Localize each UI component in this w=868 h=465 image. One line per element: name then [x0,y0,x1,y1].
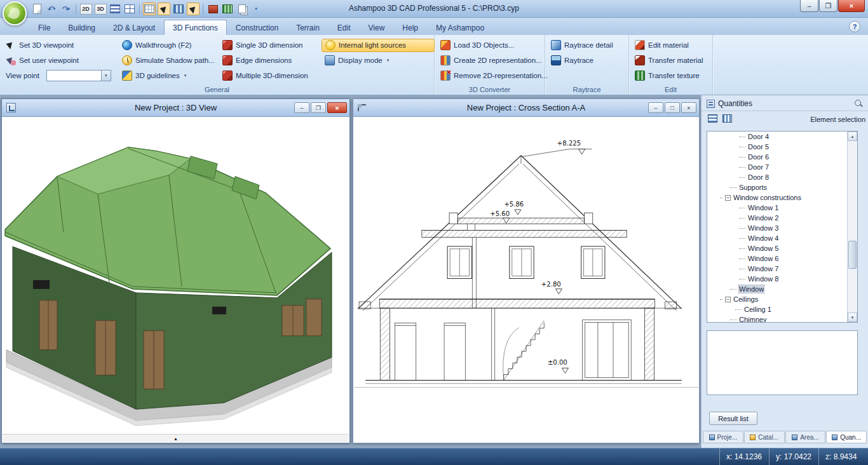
transfer-texture-button[interactable]: Transfer texture [632,69,711,83]
set-3d-viewpoint-button[interactable]: Set 3D viewpoint [3,39,119,52]
tab-area[interactable]: Area... [785,431,826,443]
new-document-icon[interactable] [31,3,43,15]
tab-building[interactable]: Building [59,20,104,35]
tree-item-window-7[interactable]: Window 7 [707,264,847,274]
tree-item-ceiling-1[interactable]: Ceiling 1 [707,304,847,314]
create-2d-representation-button[interactable]: Create 2D representation... [437,54,551,67]
tab-3d-functions[interactable]: 3D Functions [164,20,227,35]
set-user-viewpoint-button[interactable]: Set user viewpoint [3,54,119,67]
help-icon[interactable]: ? [849,21,860,32]
view-2d-icon[interactable]: 2D [79,3,92,15]
combobox-dropdown-icon[interactable]: ▾ [101,71,111,81]
walkthrough-button[interactable]: Walkthrough (F2) [119,39,219,52]
brick-icon[interactable] [207,3,219,15]
window-titlebar[interactable]: New Project : 3D View – ❐ × [2,99,349,117]
tab-catalog[interactable]: Catal... [744,431,785,443]
tree-item-door-4[interactable]: Door 4 [707,131,847,142]
tree-item-window-6[interactable]: Window 6 [707,253,847,264]
ashampoo-logo[interactable] [3,1,27,25]
coordinate-x: x: 14.1236 [719,448,769,465]
ribbon-group-general: Set 3D viewpoint Set user viewpoint View… [0,35,435,95]
list-view-icon[interactable] [722,114,732,123]
single-3d-dimension-button[interactable]: Single 3D dimension [219,39,322,52]
minimize-button[interactable]: – [800,0,818,12]
close-button[interactable]: × [681,102,696,113]
tab-project[interactable]: Proje... [703,431,743,443]
tab-quantities[interactable]: Quan... [826,431,867,443]
columns-icon[interactable] [172,3,185,15]
transfer-material-button[interactable]: Transfer material [632,54,711,67]
tab-help[interactable]: Help [393,20,427,35]
layers-icon[interactable] [109,3,121,15]
scrollbar-thumb[interactable] [848,241,857,269]
magnifier-icon[interactable] [854,99,863,108]
copy-icon[interactable] [236,3,248,15]
collapse-icon[interactable]: − [725,195,731,201]
restore-button[interactable]: ❐ [311,102,326,113]
tab-my-ashampoo[interactable]: My Ashampoo [427,20,493,35]
tree-item-chimney[interactable]: Chimney [707,314,847,322]
maximize-button[interactable]: ❐ [819,0,837,12]
tree-view-icon[interactable] [708,114,717,123]
texture-icon[interactable] [221,3,234,15]
scroll-up-icon[interactable]: ▲ [848,131,857,141]
tab-edit[interactable]: Edit [329,20,360,35]
tab-terrain[interactable]: Terrain [287,20,329,35]
tree-item-door-5[interactable]: Door 5 [707,142,847,152]
edge-dimensions-button[interactable]: Edge dimensions [219,54,322,67]
3d-viewport[interactable]: ▲ [3,117,349,442]
cross-section-viewport[interactable]: +8.225 +5.86 +5.60 [354,117,698,442]
tree-item-window-4[interactable]: Window 4 [707,233,847,243]
raytrace-detail-button[interactable]: Raytrace detail [548,39,627,52]
tree-item-window-3[interactable]: Window 3 [707,223,847,233]
pointer-icon[interactable] [187,3,200,15]
maximize-button[interactable]: □ [665,102,680,113]
close-button[interactable]: × [327,102,347,113]
grid-select-icon[interactable] [158,3,170,15]
collapse-icon[interactable]: − [725,297,731,302]
edit-material-button[interactable]: Edit material [632,39,711,52]
internal-light-sources-button[interactable]: Internal light sources [322,39,435,52]
scroll-down-icon[interactable]: ▼ [848,313,857,322]
tab-construction[interactable]: Construction [227,20,287,35]
table-icon[interactable] [123,3,136,15]
result-list-button[interactable]: Result list [709,412,757,425]
grid-icon[interactable] [143,3,156,15]
tree-scrollbar[interactable]: ▲ ▼ [847,131,857,322]
tree-item-ceilings[interactable]: −Ceilings [707,294,847,304]
tree-item-supports[interactable]: Supports [707,182,847,192]
load-3d-objects-button[interactable]: Load 3D Objects... [437,39,551,52]
tree-item-window-5[interactable]: Window 5 [707,243,847,253]
horizontal-scrollbar[interactable]: ▲ [3,434,349,442]
resize-handle-icon[interactable]: ▲ [173,436,178,441]
view-point-combobox[interactable]: ▾ [46,70,111,81]
tab-view[interactable]: View [360,20,394,35]
tree-item-window-selected[interactable]: Window [707,284,847,294]
tree-item-window-2[interactable]: Window 2 [707,213,847,223]
window-titlebar[interactable]: New Project : Cross Section A-A – □ × [353,99,699,117]
simulate-shadow-button[interactable]: Simulate Shadow path... [119,54,219,67]
minimize-button[interactable]: – [648,102,663,113]
tree-item-door-8[interactable]: Door 8 [707,172,847,182]
multiple-3d-dimension-button[interactable]: Multiple 3D-dimension [219,69,322,83]
tree-item-door-6[interactable]: Door 6 [707,152,847,162]
elevation-label: +8.225 [557,140,581,147]
window-cross-section: New Project : Cross Section A-A – □ × [353,98,700,443]
toolbar-dropdown-icon[interactable]: ▾ [250,3,263,15]
display-mode-button[interactable]: Display mode▾ [322,54,435,67]
raytrace-button[interactable]: Raytrace [548,54,627,67]
scrollbar-track[interactable] [848,141,857,313]
tree-item-window-1[interactable]: Window 1 [707,203,847,213]
remove-2d-representation-button[interactable]: Remove 2D-representation... [437,69,551,83]
tree-item-window-8[interactable]: Window 8 [707,274,847,284]
3d-guidelines-button[interactable]: 3D guidelines▾ [119,69,219,83]
redo-icon[interactable]: ↷▾ [60,3,72,15]
undo-icon[interactable]: ↶▾ [45,3,58,15]
view-3d-icon[interactable]: 3D [94,3,107,15]
close-button[interactable]: × [838,0,865,12]
tab-2d-layout[interactable]: 2D & Layout [104,20,164,35]
tree-item-door-7[interactable]: Door 7 [707,162,847,172]
tab-file[interactable]: File [29,20,59,35]
tree-item-window-constructions[interactable]: −Window constructions [707,192,847,203]
minimize-button[interactable]: – [294,102,309,113]
